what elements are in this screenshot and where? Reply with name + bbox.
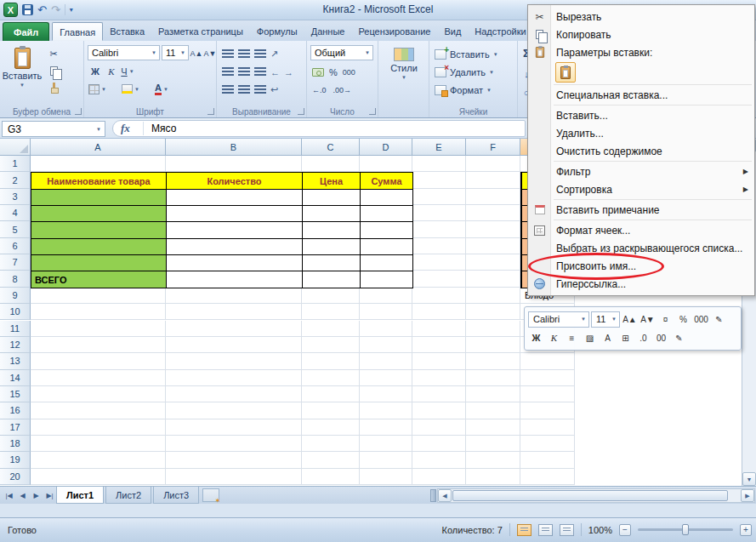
page-layout-view-button[interactable] [538,524,553,536]
cell[interactable] [166,156,302,172]
cell[interactable] [302,304,360,320]
cell[interactable] [166,436,302,452]
cell[interactable] [466,419,520,436]
align-bottom-icon[interactable] [254,49,266,59]
cell[interactable] [302,156,360,172]
sheet-tab-1[interactable]: Лист1 [56,487,104,504]
menu-item-format-cells[interactable]: Формат ячеек... [528,221,754,239]
cut-button[interactable]: ✂ [47,47,60,61]
row-header-18[interactable]: 18 [0,436,31,452]
menu-item-paste-special[interactable]: Специальная вставка... [528,86,754,104]
table-header-cell[interactable]: Сумма [360,172,413,189]
cell[interactable] [520,370,575,386]
justify-right-icon[interactable] [254,85,266,94]
paste-option-button[interactable] [555,62,576,83]
mini-button[interactable]: ▨ [582,330,598,346]
font-dialog-launcher[interactable] [207,108,214,115]
cell[interactable] [166,370,302,386]
row-header-7[interactable]: 7 [0,254,31,271]
insert-function-button[interactable]: fx [121,122,130,135]
cell[interactable] [166,419,302,436]
cell[interactable] [302,436,360,452]
increase-decimal-button[interactable]: ←.0 [312,86,327,94]
tab-insert[interactable]: Вставка [103,22,151,41]
menu-item-insert-cells[interactable]: Вставить... [528,106,754,124]
cell[interactable] [466,436,520,452]
increase-indent-icon[interactable]: → [284,67,293,77]
product-cell[interactable] [31,189,167,206]
cell[interactable] [412,402,466,419]
cell[interactable] [520,452,575,468]
data-cell[interactable] [302,254,361,271]
cell[interactable] [520,402,575,419]
cell[interactable] [412,353,466,369]
column-header-E[interactable]: E [412,139,466,156]
cell[interactable] [31,156,166,172]
cell[interactable] [360,304,412,320]
cell[interactable] [360,469,412,485]
cell[interactable] [466,238,520,254]
cell[interactable] [412,436,466,452]
cell[interactable] [360,402,412,419]
menu-item-filter[interactable]: Фильтр▶ [528,163,754,180]
align-top-icon[interactable] [222,49,234,59]
name-box-dropdown-icon[interactable]: ▼ [96,127,101,132]
cell[interactable] [360,337,412,353]
table-header-cell[interactable]: Цена [302,172,361,189]
cell[interactable] [360,436,412,452]
cell[interactable] [302,386,360,402]
data-cell[interactable] [360,205,413,222]
tab-file[interactable]: Файл [3,22,49,41]
row-header-9[interactable]: 9 [0,288,31,304]
delete-cells-button[interactable]: Удалить▼ [435,64,494,80]
mini-button[interactable]: А [600,330,616,346]
cell[interactable] [166,353,302,369]
table-header-cell[interactable]: Наименование товара [31,172,167,189]
scroll-left-arrow[interactable]: ◀ [438,489,452,502]
data-cell[interactable] [166,238,303,255]
cell[interactable] [302,353,360,369]
tab-add-ins[interactable]: Надстройки [468,22,532,41]
decrease-decimal-button[interactable]: .00→ [333,86,352,94]
zoom-level[interactable]: 100% [588,525,612,535]
cell[interactable] [166,321,302,337]
data-cell[interactable] [302,221,361,238]
data-cell[interactable] [166,254,303,271]
font-size-combo[interactable]: 11▼ [162,45,189,60]
cell[interactable] [412,304,466,320]
cell[interactable] [302,288,360,304]
align-left-icon[interactable] [222,67,234,77]
menu-item-insert-comment[interactable]: Вставить примечание [528,201,754,219]
data-cell[interactable] [166,189,303,206]
select-all-corner[interactable] [0,139,31,156]
cell[interactable] [412,238,466,254]
clipboard-dialog-launcher[interactable] [75,108,82,115]
cell[interactable] [412,254,466,271]
tab-page-layout[interactable]: Разметка страницы [151,22,250,41]
cell[interactable] [302,469,360,485]
cell[interactable] [466,221,520,237]
data-cell[interactable] [360,271,413,288]
mini-font-size-combo[interactable]: 11▼ [591,311,620,328]
zoom-in-button[interactable]: + [740,524,752,536]
cell[interactable] [412,469,466,485]
cell[interactable] [166,469,302,485]
cell[interactable] [166,304,302,320]
cell[interactable] [520,353,575,369]
name-box[interactable]: G3 ▼ [2,121,105,137]
column-header-B[interactable]: B [166,139,302,156]
tab-review[interactable]: Рецензирование [351,22,437,41]
cell[interactable] [412,419,466,436]
number-format-combo[interactable]: Общий▼ [310,45,373,60]
cell[interactable] [466,386,520,402]
wrap-text-icon[interactable]: ↩ [270,84,278,95]
cell[interactable] [360,353,412,369]
alignment-dialog-launcher[interactable] [298,108,304,115]
normal-view-button[interactable] [517,524,531,536]
cell[interactable] [466,469,520,485]
font-name-combo[interactable]: Calibri▼ [88,45,160,60]
product-cell[interactable] [31,205,167,222]
cell[interactable] [360,321,412,337]
row-header-12[interactable]: 12 [0,337,31,353]
format-button[interactable]: Формат▼ [435,82,492,98]
